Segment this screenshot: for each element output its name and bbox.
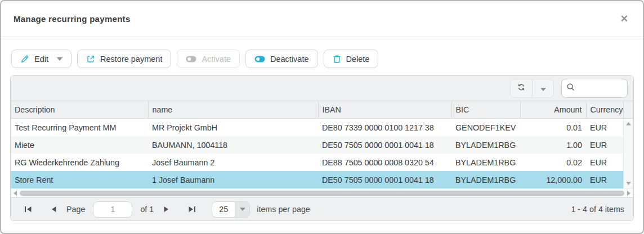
grid-header-row: Description name IBAN BIC Amount Currenc… bbox=[11, 101, 633, 119]
cell-description[interactable]: Store Rent bbox=[11, 171, 148, 188]
first-page-button[interactable] bbox=[22, 204, 34, 215]
table-row[interactable]: Test Recurring Payment MM MR Projekt Gmb… bbox=[11, 119, 623, 136]
refresh-options-dropdown[interactable] bbox=[532, 79, 553, 97]
column-header-bic[interactable]: BIC bbox=[451, 101, 520, 118]
cell-name[interactable]: 1 Josef Baumann bbox=[148, 171, 318, 188]
restore-icon bbox=[86, 55, 95, 64]
vertical-scrollbar[interactable] bbox=[623, 119, 633, 188]
grid-toolbar bbox=[11, 76, 633, 101]
cell-bic[interactable]: BYLADEM1RBG bbox=[451, 136, 520, 154]
refresh-icon bbox=[517, 83, 526, 94]
table-row[interactable]: RG Wiederkehrende Zahlung Josef Baumann … bbox=[11, 154, 623, 171]
grid-pager: Page of 1 25 items per page 1 - 4 of 4 i… bbox=[11, 197, 633, 220]
cell-description[interactable]: Miete bbox=[11, 136, 148, 154]
table-row-selected[interactable]: Store Rent 1 Josef Baumann DE50 7505 000… bbox=[11, 171, 623, 188]
restore-payment-button-label: Restore payment bbox=[100, 55, 162, 64]
cell-iban[interactable]: DE88 7505 0000 0008 0320 54 bbox=[318, 154, 451, 171]
cell-currency[interactable]: EUR bbox=[586, 119, 623, 136]
cell-iban[interactable]: DE50 7505 0000 0001 0041 18 bbox=[318, 136, 451, 154]
edit-button[interactable]: Edit bbox=[11, 50, 71, 68]
toggle-off-icon bbox=[186, 56, 196, 62]
edit-button-label: Edit bbox=[34, 55, 48, 64]
trash-icon bbox=[333, 55, 341, 64]
cell-iban[interactable]: DE50 7505 0000 0001 0041 18 bbox=[318, 171, 451, 188]
cell-bic[interactable]: BYLADEM1RBG bbox=[451, 154, 520, 171]
page-label: Page bbox=[66, 205, 85, 214]
table-row[interactable]: Miete BAUMANN, 1004118 DE50 7505 0000 00… bbox=[11, 136, 623, 154]
pencil-icon bbox=[20, 55, 29, 64]
manage-recurring-payments-dialog: Manage recurring payments ✕ Edit Restore… bbox=[0, 0, 644, 234]
page-size-value: 25 bbox=[212, 202, 235, 217]
cell-description[interactable]: Test Recurring Payment MM bbox=[11, 119, 148, 136]
previous-page-button[interactable] bbox=[49, 204, 59, 215]
next-page-button[interactable] bbox=[162, 204, 171, 215]
cell-name[interactable]: BAUMANN, 1004118 bbox=[148, 136, 318, 154]
restore-payment-button[interactable]: Restore payment bbox=[77, 50, 171, 68]
scroll-left-icon[interactable] bbox=[14, 191, 17, 196]
cell-bic[interactable]: GENODEF1KEV bbox=[451, 119, 520, 136]
cell-amount[interactable]: 0.02 bbox=[520, 154, 586, 171]
activate-button-label: Activate bbox=[202, 55, 231, 64]
scroll-right-icon[interactable] bbox=[627, 191, 630, 196]
search-input[interactable] bbox=[579, 84, 623, 93]
cell-currency[interactable]: EUR bbox=[586, 171, 623, 188]
column-header-name[interactable]: name bbox=[148, 101, 318, 118]
cell-name[interactable]: MR Projekt GmbH bbox=[148, 119, 318, 136]
dialog-titlebar: Manage recurring payments ✕ bbox=[1, 1, 643, 37]
delete-button-label: Delete bbox=[346, 55, 370, 64]
chevron-down-icon bbox=[235, 202, 249, 217]
grid-search-box bbox=[561, 79, 628, 98]
cell-amount[interactable]: 0.01 bbox=[520, 119, 586, 136]
grid-body: Test Recurring Payment MM MR Projekt Gmb… bbox=[11, 119, 633, 188]
column-header-description[interactable]: Description bbox=[11, 101, 148, 118]
page-of-label: of 1 bbox=[140, 205, 154, 214]
header-scrollbar-spacer bbox=[623, 101, 633, 118]
activate-button[interactable]: Activate bbox=[177, 50, 240, 68]
cell-bic[interactable]: BYLADEM1RBG bbox=[451, 171, 520, 188]
cell-amount[interactable]: 1.00 bbox=[520, 136, 586, 154]
items-per-page-label: items per page bbox=[257, 205, 310, 214]
cell-amount[interactable]: 12,000.00 bbox=[520, 171, 586, 188]
search-icon bbox=[566, 83, 575, 94]
scroll-down-icon[interactable] bbox=[626, 182, 631, 185]
delete-button[interactable]: Delete bbox=[324, 50, 379, 68]
cell-currency[interactable]: EUR bbox=[586, 136, 623, 154]
dialog-title: Manage recurring payments bbox=[14, 14, 131, 24]
page-size-dropdown[interactable]: 25 bbox=[212, 201, 250, 218]
cell-iban[interactable]: DE80 7339 0000 0100 1217 38 bbox=[318, 119, 451, 136]
deactivate-button[interactable]: Deactivate bbox=[245, 50, 318, 68]
close-icon[interactable]: ✕ bbox=[618, 12, 630, 26]
horizontal-scrollbar[interactable] bbox=[11, 188, 633, 197]
chevron-down-icon bbox=[57, 57, 62, 61]
column-header-amount[interactable]: Amount bbox=[520, 101, 586, 118]
deactivate-button-label: Deactivate bbox=[270, 55, 309, 64]
recurring-payments-grid: Description name IBAN BIC Amount Currenc… bbox=[10, 75, 634, 221]
column-header-iban[interactable]: IBAN bbox=[318, 101, 451, 118]
horizontal-scroll-thumb[interactable] bbox=[20, 191, 624, 196]
last-page-button[interactable] bbox=[186, 204, 198, 215]
column-header-currency[interactable]: Currency bbox=[586, 101, 623, 118]
action-toolbar: Edit Restore payment Activate Deactivate bbox=[1, 37, 643, 75]
refresh-split-button bbox=[510, 79, 554, 98]
scroll-up-icon[interactable] bbox=[626, 122, 631, 125]
chevron-down-icon bbox=[540, 83, 546, 93]
cell-description[interactable]: RG Wiederkehrende Zahlung bbox=[11, 154, 148, 171]
items-range-info: 1 - 4 of 4 items bbox=[571, 205, 624, 214]
refresh-button[interactable] bbox=[511, 79, 532, 97]
page-number-input[interactable] bbox=[93, 201, 132, 218]
cell-name[interactable]: Josef Baumann 2 bbox=[148, 154, 318, 171]
cell-currency[interactable]: EUR bbox=[586, 154, 623, 171]
toggle-on-icon bbox=[254, 56, 265, 62]
